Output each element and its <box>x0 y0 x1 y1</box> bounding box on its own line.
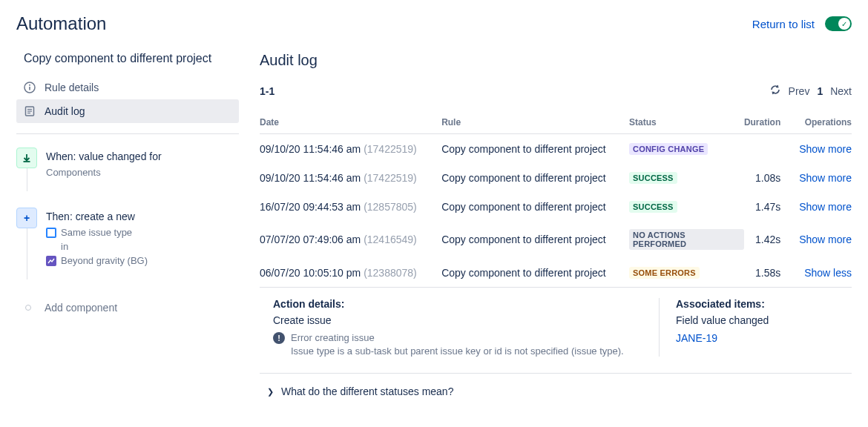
table-row: 16/07/20 09:44:53 am (12857805)Copy comp… <box>260 192 852 221</box>
flow-then[interactable]: + Then: create a new Same issue type in … <box>16 205 239 272</box>
flow-when-sub: Components <box>46 167 239 178</box>
entry-date: 09/10/20 11:54:46 am <box>260 172 361 184</box>
entry-rule: Copy component to different project <box>441 258 629 287</box>
action-name: Create issue <box>273 314 659 326</box>
entry-rule: Copy component to different project <box>441 192 629 221</box>
flow-then-title: Then: create a new <box>46 211 239 222</box>
svg-rect-1 <box>29 87 30 90</box>
nav-audit-log-label: Audit log <box>45 105 85 117</box>
trigger-icon <box>16 148 37 168</box>
entry-id: (12416549) <box>364 234 417 245</box>
refresh-icon[interactable] <box>769 84 781 98</box>
flow-then-join: in <box>61 241 239 252</box>
table-row: 07/07/20 07:49:06 am (12416549)Copy comp… <box>260 221 852 258</box>
action-details-heading: Action details: <box>273 298 659 310</box>
main-title: Audit log <box>260 52 852 69</box>
flow-then-line1: Same issue type <box>46 227 239 238</box>
statuses-help-toggle[interactable]: ❯ What do the different statuses mean? <box>260 374 852 397</box>
page-title: Automation <box>16 13 106 34</box>
detail-panel: Action details: Create issue ! Error cre… <box>260 287 852 374</box>
nav-rule-details-label: Rule details <box>45 82 99 93</box>
pagination-current: 1 <box>817 85 823 97</box>
action-plus-icon: + <box>16 208 37 228</box>
show-more-link[interactable]: Show less <box>804 267 852 279</box>
entry-date: 07/07/20 07:49:06 am <box>260 234 361 245</box>
associated-desc: Field value changed <box>676 314 852 326</box>
status-badge: SUCCESS <box>629 201 677 213</box>
table-row: 06/07/20 10:05:10 pm (12388078)Copy comp… <box>260 258 852 287</box>
flow-when-title: When: value changed for <box>46 150 239 162</box>
entry-id: (17422519) <box>364 172 417 184</box>
entry-duration: 1.08s <box>744 163 794 192</box>
entry-duration: 1.42s <box>744 221 794 258</box>
log-icon <box>24 105 36 117</box>
show-more-link[interactable]: Show more <box>799 234 852 245</box>
flow-when[interactable]: When: value changed for Components <box>16 145 239 184</box>
table-row: 09/10/20 11:54:46 am (17422519)Copy comp… <box>260 134 852 164</box>
entry-date: 09/10/20 11:54:46 am <box>260 143 361 155</box>
entry-id: (17422519) <box>364 143 417 155</box>
show-more-link[interactable]: Show more <box>799 143 852 155</box>
show-more-link[interactable]: Show more <box>799 172 852 184</box>
col-operations: Operations <box>794 111 852 134</box>
associated-issue-link[interactable]: JANE-19 <box>676 332 852 344</box>
entry-rule: Copy component to different project <box>441 134 629 164</box>
project-icon <box>46 256 56 266</box>
entry-duration <box>744 134 794 164</box>
entry-rule: Copy component to different project <box>441 163 629 192</box>
pagination-next[interactable]: Next <box>830 85 852 97</box>
table-row: 09/10/20 11:54:46 am (17422519)Copy comp… <box>260 163 852 192</box>
sidebar-divider <box>16 133 239 134</box>
svg-point-2 <box>29 85 30 86</box>
entry-date: 16/07/20 09:44:53 am <box>260 201 361 213</box>
entry-id: (12857805) <box>364 201 417 213</box>
nav-rule-details[interactable]: Rule details <box>16 76 239 99</box>
col-date: Date <box>260 111 441 134</box>
entry-rule: Copy component to different project <box>441 221 629 258</box>
error-message: Issue type is a sub-task but parent issu… <box>291 345 659 357</box>
col-rule: Rule <box>441 111 629 134</box>
show-more-link[interactable]: Show more <box>799 201 852 213</box>
entry-duration: 1.58s <box>744 258 794 287</box>
status-badge: NO ACTIONS PERFORMED <box>629 229 744 250</box>
rule-enabled-toggle[interactable] <box>825 16 852 31</box>
error-icon: ! <box>273 332 285 344</box>
rule-name-heading: Copy component to different project <box>16 52 239 65</box>
error-title: Error creating issue <box>291 332 375 343</box>
flow-then-line2: Beyond gravity (BG) <box>46 255 239 266</box>
status-badge: CONFIG CHANGE <box>629 143 708 155</box>
entry-id: (12388078) <box>364 267 417 279</box>
pagination-prev[interactable]: Prev <box>789 85 810 97</box>
add-dot-icon <box>25 305 31 311</box>
chevron-right-icon: ❯ <box>267 387 274 397</box>
entry-date: 06/07/20 10:05:10 pm <box>260 267 361 279</box>
return-to-list-link[interactable]: Return to list <box>752 18 815 30</box>
status-badge: SOME ERRORS <box>629 267 700 279</box>
add-component-button[interactable]: Add component <box>18 302 239 314</box>
status-badge: SUCCESS <box>629 172 677 184</box>
col-status: Status <box>629 111 744 134</box>
result-range: 1-1 <box>260 85 274 97</box>
associated-items-heading: Associated items: <box>676 298 852 310</box>
issue-type-icon <box>46 228 56 238</box>
info-icon <box>24 82 36 93</box>
nav-audit-log[interactable]: Audit log <box>16 99 239 123</box>
entry-duration: 1.47s <box>744 192 794 221</box>
col-duration: Duration <box>744 111 794 134</box>
